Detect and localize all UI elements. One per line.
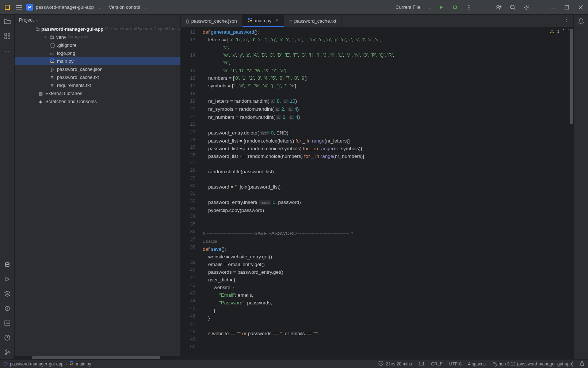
services-icon[interactable] xyxy=(3,290,11,298)
tree-item-label: main.py xyxy=(57,58,74,64)
editor-gutter[interactable]: 1213 14 15161718192021222324252627282930… xyxy=(181,27,199,359)
status-eol[interactable]: CRLF xyxy=(431,361,443,367)
project-panel-header[interactable]: Project ⌄ xyxy=(15,15,180,25)
run-tool-icon[interactable] xyxy=(3,275,11,283)
breadcrumb-root[interactable]: password-manager-gui-app xyxy=(10,361,64,367)
tab-password-cache-txt[interactable]: ≡ password_cache.txt xyxy=(284,15,342,27)
settings-icon[interactable] xyxy=(522,3,531,12)
tree-json-cache[interactable]: {} password_cache.json xyxy=(15,65,180,73)
project-scrollbar[interactable] xyxy=(15,356,180,359)
folder-icon: 🗀 xyxy=(48,34,55,40)
tree-item-label: .gitignore xyxy=(57,42,76,48)
project-panel-title: Project xyxy=(19,17,34,23)
svg-point-16 xyxy=(5,350,7,351)
python-console-icon[interactable] xyxy=(3,261,11,269)
hamburger-icon[interactable] xyxy=(15,3,23,12)
svg-rect-20 xyxy=(581,363,584,365)
chevron-down-icon[interactable]: ⌄ xyxy=(144,4,148,10)
svg-point-18 xyxy=(8,352,9,353)
editor-tabs: {} password_cache.json main.py ✕ ≡ passw… xyxy=(181,15,573,27)
editor-inspection-widget[interactable]: ⚠ 1 ˄ ˅ xyxy=(550,29,570,34)
folder-icon: 🗀 xyxy=(35,26,40,32)
editor-body: 1213 14 15161718192021222324252627282930… xyxy=(181,27,573,359)
project-badge[interactable]: P xyxy=(26,4,33,11)
tab-password-cache-json[interactable]: {} password_cache.json xyxy=(181,15,243,27)
notifications-icon[interactable] xyxy=(577,18,585,26)
scrollbar-thumb[interactable] xyxy=(570,29,573,124)
chevron-down-icon[interactable]: ⌄ xyxy=(35,17,39,23)
maximize-icon[interactable] xyxy=(562,3,571,12)
statusbar-right: 2 hrs 20 mins 1:1 CRLF UTF-8 4 spaces Py… xyxy=(378,361,584,367)
run-icon[interactable] xyxy=(437,3,446,12)
lock-icon[interactable] xyxy=(580,361,584,367)
tree-requirements[interactable]: ≡ requirements.txt xyxy=(15,81,180,89)
tab-label: main.py xyxy=(255,18,272,23)
status-time[interactable]: 2 hrs 20 mins xyxy=(386,361,412,367)
minimize-icon[interactable] xyxy=(549,3,557,12)
svg-rect-11 xyxy=(5,37,7,39)
svg-point-7 xyxy=(526,7,527,8)
debug-icon[interactable] xyxy=(451,3,459,12)
status-caret-pos[interactable]: 1:1 xyxy=(419,361,425,367)
chevron-right-icon[interactable]: › xyxy=(43,35,48,39)
left-tool-rail: ⋯ xyxy=(0,15,15,359)
terminal-icon[interactable] xyxy=(3,319,11,327)
tree-root[interactable]: ⌄ 🗀 password-manager-gui-app C:\Users\ma… xyxy=(15,25,180,33)
venv-hint: library root xyxy=(68,34,88,39)
close-icon[interactable]: ✕ xyxy=(275,18,279,23)
tree-item-label: password_cache.txt xyxy=(57,75,99,80)
warning-icon: ⚠ xyxy=(550,29,554,34)
more-tool-icon[interactable]: ⋯ xyxy=(3,47,11,55)
editor-area: {} password_cache.json main.py ✕ ≡ passw… xyxy=(181,15,573,359)
tree-item-label: External Libraries xyxy=(45,91,82,96)
close-icon[interactable] xyxy=(576,3,585,12)
tree-external-libs[interactable]: › ▥ External Libraries xyxy=(15,89,180,97)
tree-gitignore[interactable]: ◯ .gitignore xyxy=(15,41,180,49)
structure-tool-icon[interactable] xyxy=(3,32,11,40)
chevron-down-icon[interactable]: ⌄ xyxy=(32,27,35,31)
status-interpreter[interactable]: Python 3.12 (password-manager-gui-app) xyxy=(492,361,573,367)
tree-venv[interactable]: › 🗀 venv library root xyxy=(15,33,180,41)
tree-txt-cache[interactable]: ≡ password_cache.txt xyxy=(15,73,180,81)
app-menu-icon[interactable] xyxy=(3,3,12,12)
vcs-dropdown[interactable]: Version control xyxy=(109,4,140,10)
scrollbar-thumb[interactable] xyxy=(32,356,160,359)
vcs-tool-icon[interactable] xyxy=(3,348,11,356)
python-icon xyxy=(49,58,56,64)
status-indent[interactable]: 4 spaces xyxy=(468,361,486,367)
python-icon xyxy=(248,18,253,24)
project-name[interactable]: password-manager-gui-app xyxy=(36,4,94,10)
project-tree[interactable]: ⌄ 🗀 password-manager-gui-app C:\Users\ma… xyxy=(15,25,180,356)
tab-more-icon[interactable]: ⋮ xyxy=(562,15,570,23)
chevron-right-icon[interactable]: › xyxy=(32,91,37,95)
svg-point-3 xyxy=(469,7,470,8)
search-icon[interactable] xyxy=(508,3,517,12)
chevron-down-icon[interactable]: ⌄ xyxy=(98,4,102,10)
breadcrumb-file[interactable]: main.py xyxy=(76,361,91,367)
run-config-label[interactable]: Current File xyxy=(396,4,420,10)
svg-rect-9 xyxy=(5,34,7,35)
tree-item-label: password_cache.json xyxy=(57,67,103,72)
tab-main-py[interactable]: main.py ✕ xyxy=(243,15,285,27)
tree-mainpy[interactable]: main.py xyxy=(15,57,180,65)
more-icon[interactable] xyxy=(465,3,473,12)
prev-highlight-icon[interactable]: ˄ xyxy=(562,29,565,34)
python-packages-icon[interactable] xyxy=(3,304,11,312)
gitignore-icon: ◯ xyxy=(49,42,56,48)
problems-icon[interactable] xyxy=(3,334,11,342)
scratches-icon: ◈ xyxy=(37,99,44,104)
image-icon: ▭ xyxy=(49,50,56,56)
json-icon: {} xyxy=(49,67,56,72)
project-tool-icon[interactable] xyxy=(3,18,11,26)
svg-rect-0 xyxy=(5,5,9,10)
txt-icon: ≡ xyxy=(289,18,292,24)
tab-label: password_cache.json xyxy=(191,18,237,24)
chevron-down-icon[interactable]: ⌄ xyxy=(428,4,432,10)
tree-logo[interactable]: ▭ logo.png xyxy=(15,49,180,57)
editor-scrollbar-v[interactable] xyxy=(569,27,573,359)
code-editor[interactable]: def generate_password(): letters = ['a',… xyxy=(199,27,573,359)
code-with-me-icon[interactable] xyxy=(495,3,503,12)
status-encoding[interactable]: UTF-8 xyxy=(449,361,462,367)
tree-scratches[interactable]: ◈ Scratches and Consoles xyxy=(15,97,180,105)
svg-rect-12 xyxy=(8,37,10,39)
